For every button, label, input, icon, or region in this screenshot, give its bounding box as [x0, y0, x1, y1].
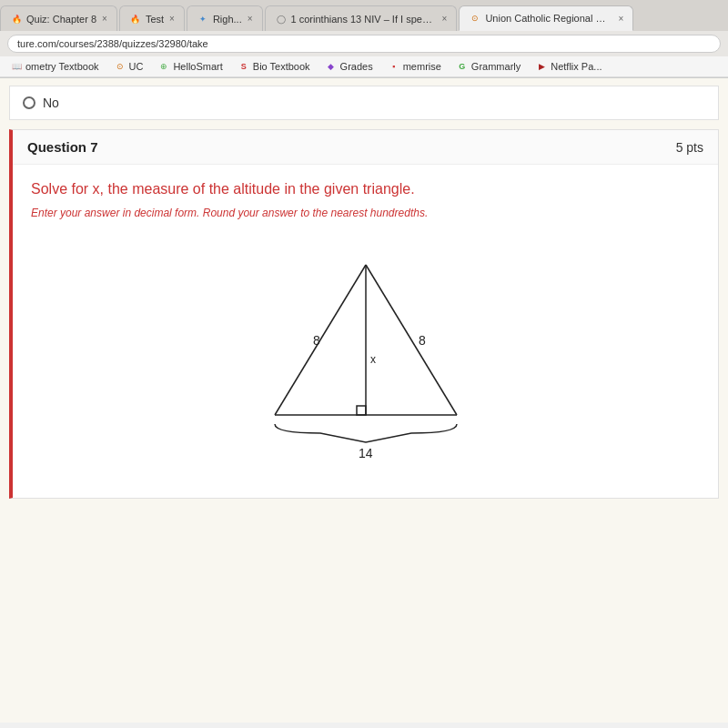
tab-close-quiz[interactable]: ×: [102, 14, 107, 24]
tab-test[interactable]: 🔥 Test ×: [119, 5, 185, 31]
bookmark-icon-uc: ⊙: [114, 60, 126, 73]
address-bar-row: ture.com/courses/2388/quizzes/32980/take: [0, 31, 728, 56]
browser-chrome: 🔥 Quiz: Chapter 8 × 🔥 Test × ✦ Righ... ×…: [0, 0, 728, 78]
address-bar[interactable]: ture.com/courses/2388/quizzes/32980/take: [7, 35, 721, 53]
label-base: 14: [359, 446, 373, 460]
bookmark-label-memrise: memrise: [403, 61, 441, 72]
bookmark-hellosmart[interactable]: ⊕ HelloSmart: [155, 59, 225, 74]
bookmark-label-hellosmart: HelloSmart: [173, 61, 222, 72]
tab-label-right: Righ...: [213, 14, 242, 25]
bookmark-label-geometry: ometry Textbook: [25, 61, 99, 72]
tab-icon-right: ✦: [197, 13, 209, 25]
question-card-7: Question 7 5 pts Solve for x, the measur…: [9, 129, 719, 499]
svg-line-0: [275, 265, 366, 415]
bookmark-icon-grades: ◆: [325, 60, 338, 73]
bookmark-icon-geometry: 📖: [10, 60, 23, 73]
bookmark-label-bio: Bio Textbook: [253, 61, 310, 72]
svg-rect-4: [357, 406, 366, 415]
tab-close-union[interactable]: ×: [618, 14, 623, 24]
bookmark-icon-memrise: ▪: [388, 60, 400, 73]
tab-close-right[interactable]: ×: [248, 14, 253, 24]
tab-quiz-chapter8[interactable]: 🔥 Quiz: Chapter 8 ×: [0, 5, 117, 31]
bookmark-icon-grammarly: G: [456, 60, 469, 73]
tab-close-corinthians[interactable]: ×: [442, 14, 448, 24]
bookmark-geometry[interactable]: 📖 ometry Textbook: [7, 59, 102, 74]
bookmark-uc[interactable]: ⊙ UC: [111, 59, 147, 74]
bookmark-label-uc: UC: [129, 61, 144, 72]
tab-right[interactable]: ✦ Righ... ×: [187, 5, 263, 31]
question-body-7: Solve for x, the measure of the altitude…: [13, 165, 718, 498]
tab-union-catholic[interactable]: ⊙ Union Catholic Regional High Scho... ×: [459, 5, 633, 31]
bookmark-label-grades: Grades: [340, 61, 373, 72]
bookmarks-bar: 📖 ometry Textbook ⊙ UC ⊕ HelloSmart S Bi…: [0, 56, 728, 77]
diagram-container: 8 8 x 14: [31, 238, 700, 483]
tab-label-quiz: Quiz: Chapter 8: [26, 14, 96, 25]
tab-label-test: Test: [146, 14, 164, 25]
radio-no-option[interactable]: No: [23, 96, 705, 110]
tab-icon-test: 🔥: [129, 13, 142, 25]
bookmark-netflix[interactable]: ▶ Netflix Pa...: [532, 59, 604, 74]
label-right-side: 8: [419, 333, 426, 348]
radio-label-no: No: [43, 96, 59, 110]
page-content: No Question 7 5 pts Solve for x, the mea…: [0, 78, 728, 723]
tab-close-test[interactable]: ×: [169, 14, 175, 24]
question-header-7: Question 7 5 pts: [13, 130, 718, 165]
radio-circle-no: [23, 96, 35, 109]
question-sub-text: Enter your answer in decimal form. Round…: [31, 207, 700, 219]
bookmark-icon-netflix: ▶: [535, 60, 548, 73]
bookmark-grades[interactable]: ◆ Grades: [322, 59, 376, 74]
bookmark-icon-bio: S: [238, 60, 250, 73]
answer-section: No: [9, 86, 719, 120]
svg-line-1: [366, 265, 457, 415]
tab-icon-quiz: 🔥: [10, 13, 23, 25]
bookmark-memrise[interactable]: ▪ memrise: [385, 59, 444, 74]
bookmark-icon-hellosmart: ⊕: [157, 60, 170, 73]
tab-label-corinthians: 1 corinthians 13 NIV – If I speak in...: [291, 14, 437, 25]
tab-icon-union: ⊙: [469, 12, 481, 25]
tab-bar: 🔥 Quiz: Chapter 8 × 🔥 Test × ✦ Righ... ×…: [0, 0, 728, 31]
question-points-7: 5 pts: [676, 140, 703, 155]
bookmark-label-netflix: Netflix Pa...: [551, 61, 602, 72]
tab-label-union: Union Catholic Regional High Scho...: [485, 13, 612, 24]
label-altitude: x: [370, 353, 376, 366]
base-brace: [275, 424, 457, 442]
triangle-diagram: 8 8 x 14: [220, 247, 511, 465]
bookmark-grammarly[interactable]: G Grammarly: [453, 59, 523, 74]
tab-corinthians[interactable]: ◯ 1 corinthians 13 NIV – If I speak in..…: [265, 5, 458, 31]
bookmark-bio[interactable]: S Bio Textbook: [235, 59, 313, 74]
question-main-text: Solve for x, the measure of the altitude…: [31, 179, 700, 199]
question-number-7: Question 7: [27, 139, 98, 155]
tab-icon-corinthians: ◯: [275, 13, 288, 25]
label-left-side: 8: [313, 333, 320, 348]
bookmark-label-grammarly: Grammarly: [471, 61, 521, 72]
